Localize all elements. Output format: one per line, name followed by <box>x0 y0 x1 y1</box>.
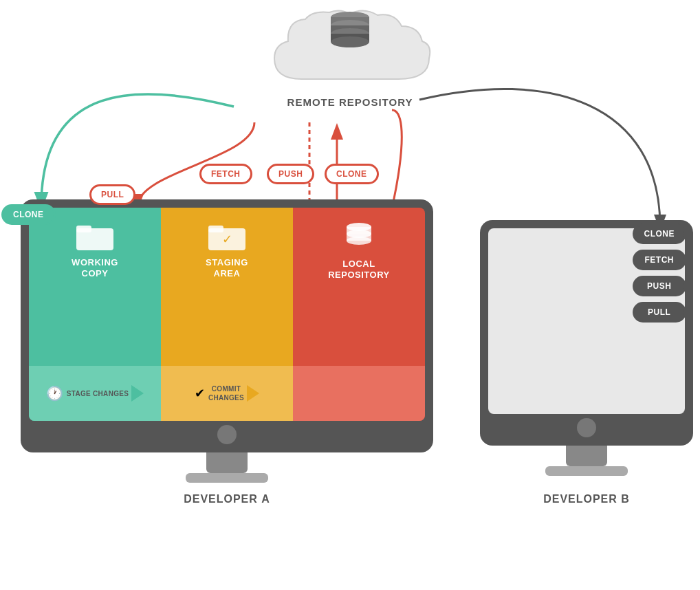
clone-green-label: CLONE <box>1 204 56 225</box>
staging-area-section: ✓ STAGING AREA ✔ COMMIT CHANGES <box>161 208 293 421</box>
monitor-a-stand <box>206 452 248 473</box>
svg-point-18 <box>347 237 371 245</box>
working-copy-label: WORKING COPY <box>72 257 118 278</box>
clone-green-badge: CLONE <box>1 204 56 225</box>
dev-b-clone-badge: CLONE <box>633 223 687 244</box>
remote-repository-label: REMOTE REPOSITORY <box>287 96 413 108</box>
stage-changes-label: STAGE CHANGES <box>67 389 129 398</box>
clone-red-label: CLONE <box>325 164 379 184</box>
monitor-a-base <box>186 473 268 483</box>
svg-text:✓: ✓ <box>222 232 232 246</box>
monitor-a-button <box>217 425 237 444</box>
monitor-a-screen: WORKING COPY 🕐 STAGE CHANGES <box>29 208 425 421</box>
folder-icon-white <box>76 221 113 252</box>
fetch-badge: FETCH <box>199 164 252 184</box>
developer-b-label: DEVELOPER B <box>543 493 630 505</box>
working-copy-section: WORKING COPY 🕐 STAGE CHANGES <box>29 208 161 421</box>
cloud-shape <box>261 7 439 89</box>
monitor-a-body: WORKING COPY 🕐 STAGE CHANGES <box>21 199 433 452</box>
commit-changes-content: ✔ COMMIT CHANGES <box>195 384 244 402</box>
stage-changes-area: 🕐 STAGE CHANGES <box>29 366 161 421</box>
remote-repository-area: REMOTE REPOSITORY <box>261 7 439 108</box>
folder-icon-yellow: ✓ <box>208 221 245 252</box>
svg-rect-12 <box>208 226 223 232</box>
fetch-label: FETCH <box>199 164 252 184</box>
pull-badge: PULL <box>89 184 135 205</box>
remote-db-icon <box>326 10 374 51</box>
diagram-container: REMOTE REPOSITORY WORKING COPY <box>0 0 700 590</box>
monitor-b-stand <box>566 446 607 466</box>
local-repo-bottom <box>293 366 425 421</box>
dev-b-pull-badge: PULL <box>633 302 687 323</box>
push-badge: PUSH <box>267 164 314 184</box>
clone-red-badge: CLONE <box>325 164 379 184</box>
local-repository-label: LOCAL REPOSITORY <box>328 259 390 280</box>
svg-rect-10 <box>76 226 91 232</box>
monitor-a: WORKING COPY 🕐 STAGE CHANGES <box>21 199 433 474</box>
local-repository-section: LOCAL REPOSITORY <box>293 208 425 421</box>
commit-arrow <box>247 385 259 402</box>
developer-a-label: DEVELOPER A <box>184 493 270 505</box>
staging-area-label: STAGING AREA <box>206 257 248 278</box>
pull-label: PULL <box>89 184 135 205</box>
stage-arrow <box>131 385 144 402</box>
monitor-b-base <box>545 466 628 476</box>
push-label: PUSH <box>267 164 314 184</box>
developer-b-badges: CLONE FETCH PUSH PULL <box>633 223 687 323</box>
local-repo-db-icon <box>343 221 375 253</box>
commit-changes-label: COMMIT CHANGES <box>208 384 244 402</box>
dev-b-push-badge: PUSH <box>633 276 687 296</box>
dev-b-fetch-badge: FETCH <box>633 250 687 270</box>
stage-changes-content: 🕐 STAGE CHANGES <box>46 385 129 402</box>
commit-changes-area: ✔ COMMIT CHANGES <box>161 366 293 421</box>
svg-point-8 <box>331 36 369 47</box>
monitor-b-button <box>577 418 596 437</box>
